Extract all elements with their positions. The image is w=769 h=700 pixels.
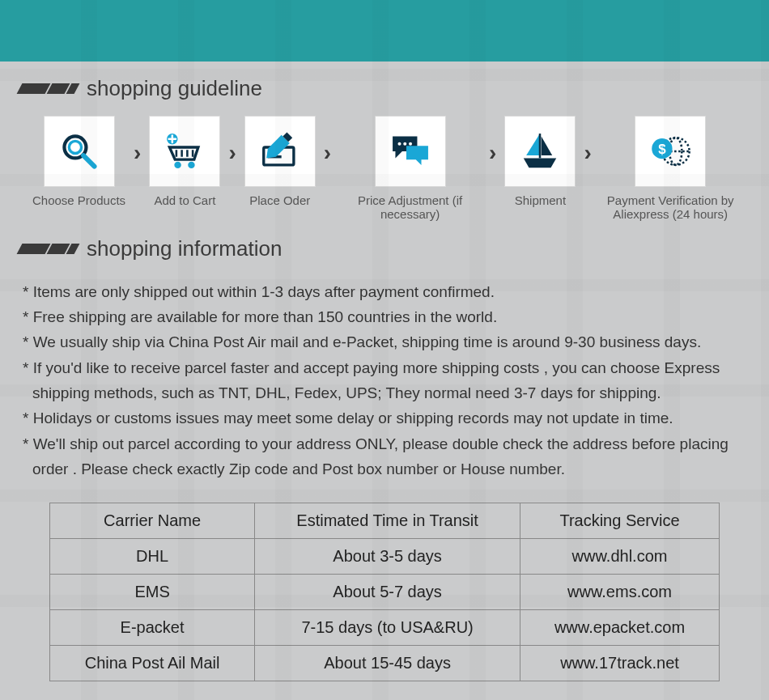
cell-carrier: EMS bbox=[50, 575, 255, 610]
table-row: E-packet 7-15 days (to USA&RU) www.epack… bbox=[50, 610, 720, 646]
info-line: * If you'd like to receive parcel faster… bbox=[23, 355, 746, 406]
cell-carrier: E-packet bbox=[50, 610, 255, 646]
step-shipment: Shipment bbox=[504, 116, 576, 207]
step-choose-products: Choose Products bbox=[32, 116, 125, 207]
chat-icon bbox=[375, 116, 446, 187]
info-line: * Holidays or customs issues may meet so… bbox=[23, 405, 746, 431]
step-label: Price Adjustment (if necessary) bbox=[339, 193, 481, 222]
svg-line-2 bbox=[83, 155, 95, 167]
step-label: Add to Cart bbox=[154, 193, 215, 207]
magnifier-icon bbox=[44, 116, 115, 187]
table-row: China Post Ail Mail About 15-45 days www… bbox=[50, 646, 720, 681]
shipping-table: Carrier Name Estimated Time in Transit T… bbox=[49, 503, 720, 681]
chevron-right-icon: › bbox=[319, 140, 336, 166]
cell-tracking: www.ems.com bbox=[520, 575, 720, 610]
chevron-right-icon: › bbox=[484, 140, 501, 166]
pencil-form-icon bbox=[244, 116, 316, 187]
chevron-right-icon: › bbox=[579, 140, 596, 166]
step-label: Place Oder bbox=[249, 193, 310, 207]
th-carrier: Carrier Name bbox=[50, 503, 255, 539]
step-payment-verification: $ Payment Verification by Aliexpress (24… bbox=[600, 116, 741, 222]
shipping-info-list: * Items are only shipped out within 1-3 … bbox=[0, 268, 769, 492]
steps-row: Choose Products › Add to Cart › Place Od… bbox=[0, 108, 769, 222]
step-add-to-cart: Add to Cart bbox=[149, 116, 220, 207]
step-price-adjustment: Price Adjustment (if necessary) bbox=[339, 116, 481, 222]
th-tracking: Tracking Service bbox=[520, 503, 720, 539]
cell-time: About 3-5 days bbox=[255, 539, 520, 575]
svg-point-1 bbox=[69, 141, 81, 153]
svg-point-10 bbox=[409, 142, 412, 146]
svg-point-5 bbox=[189, 162, 195, 168]
th-time: Estimated Time in Transit bbox=[255, 503, 520, 539]
info-line: * Items are only shipped out within 1-3 … bbox=[23, 279, 746, 304]
heading-information-text: shopping information bbox=[87, 236, 282, 261]
step-label: Choose Products bbox=[32, 193, 125, 207]
dollar-globe-icon: $ bbox=[635, 116, 706, 187]
step-label: Shipment bbox=[515, 193, 566, 207]
svg-point-4 bbox=[175, 162, 181, 168]
cell-time: About 15-45 days bbox=[255, 646, 520, 681]
heading-stripes-icon bbox=[19, 244, 77, 254]
heading-information: shopping information bbox=[19, 236, 769, 261]
cell-carrier: DHL bbox=[50, 539, 255, 575]
heading-guideline-text: shopping guideline bbox=[87, 76, 262, 101]
info-line: * We'll ship out parcel according to you… bbox=[23, 431, 746, 482]
table-row: EMS About 5-7 days www.ems.com bbox=[50, 575, 720, 610]
info-line: * We usually ship via China Post Air mai… bbox=[23, 329, 746, 354]
step-place-order: Place Oder bbox=[244, 116, 316, 207]
heading-guideline: shopping guideline bbox=[19, 76, 769, 101]
svg-point-8 bbox=[397, 142, 401, 146]
cell-tracking: www.dhl.com bbox=[520, 539, 720, 575]
heading-stripes-icon bbox=[19, 83, 77, 94]
cell-time: About 5-7 days bbox=[255, 575, 520, 610]
chevron-right-icon: › bbox=[129, 140, 146, 166]
cell-tracking: www.17track.net bbox=[520, 646, 720, 681]
table-row: DHL About 3-5 days www.dhl.com bbox=[50, 539, 720, 575]
cell-tracking: www.epacket.com bbox=[520, 610, 720, 646]
chevron-right-icon: › bbox=[223, 140, 240, 166]
svg-text:$: $ bbox=[658, 142, 666, 157]
cell-carrier: China Post Ail Mail bbox=[50, 646, 255, 681]
step-label: Payment Verification by Aliexpress (24 h… bbox=[600, 193, 741, 222]
table-header-row: Carrier Name Estimated Time in Transit T… bbox=[50, 503, 720, 539]
info-line: * Free shipping are available for more t… bbox=[23, 304, 746, 329]
top-banner bbox=[0, 0, 769, 62]
cart-icon bbox=[149, 116, 220, 187]
svg-point-9 bbox=[403, 142, 406, 146]
cell-time: 7-15 days (to USA&RU) bbox=[255, 610, 520, 646]
sailboat-icon bbox=[504, 116, 576, 187]
